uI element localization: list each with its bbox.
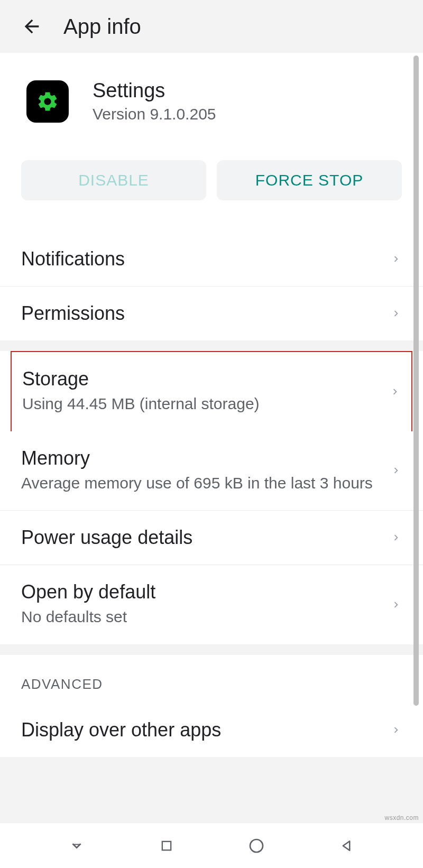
item-title: Storage xyxy=(22,368,389,390)
back-button[interactable] xyxy=(21,16,42,37)
app-icon xyxy=(26,80,69,123)
nav-recents-button[interactable] xyxy=(157,836,176,855)
watermark: wsxdn.com xyxy=(384,814,419,821)
content-area: Settings Version 9.1.0.205 DISABLE FORCE… xyxy=(0,53,423,757)
chevron-right-icon xyxy=(390,253,402,265)
force-stop-button[interactable]: FORCE STOP xyxy=(217,160,402,200)
nav-menu-button[interactable] xyxy=(67,836,86,855)
item-title: Display over other apps xyxy=(21,719,390,741)
svg-rect-1 xyxy=(162,841,171,849)
app-header: Settings Version 9.1.0.205 xyxy=(0,53,423,144)
chevron-right-icon xyxy=(390,599,402,611)
item-content: Permissions xyxy=(21,302,390,325)
item-subtitle: No defaults set xyxy=(21,605,390,629)
item-memory[interactable]: Memory Average memory use of 695 kB in t… xyxy=(0,431,423,511)
item-open-default[interactable]: Open by default No defaults set xyxy=(0,565,423,644)
svg-point-0 xyxy=(45,99,50,103)
chevron-right-icon xyxy=(390,724,402,736)
square-icon xyxy=(159,838,174,853)
nav-home-button[interactable] xyxy=(247,836,266,855)
triangle-left-icon xyxy=(338,838,354,854)
svg-point-2 xyxy=(250,839,263,852)
navigation-bar xyxy=(0,823,423,868)
app-details: Settings Version 9.1.0.205 xyxy=(93,79,216,123)
item-subtitle: Using 44.45 MB (internal storage) xyxy=(22,392,389,415)
item-notifications[interactable]: Notifications xyxy=(0,232,423,287)
item-storage[interactable]: Storage Using 44.45 MB (internal storage… xyxy=(11,351,412,431)
item-title: Memory xyxy=(21,447,390,469)
back-arrow-icon xyxy=(21,16,42,37)
nav-back-button[interactable] xyxy=(337,836,356,855)
advanced-header: ADVANCED xyxy=(0,655,423,703)
item-content: Power usage details xyxy=(21,527,390,549)
chevron-right-icon xyxy=(390,308,402,319)
item-title: Open by default xyxy=(21,581,390,603)
item-content: Storage Using 44.45 MB (internal storage… xyxy=(22,368,389,415)
item-title: Notifications xyxy=(21,248,390,270)
list-section-2: Storage Using 44.45 MB (internal storage… xyxy=(0,351,423,644)
chevron-down-icon xyxy=(69,838,85,854)
page-title: App info xyxy=(63,15,141,39)
item-content: Memory Average memory use of 695 kB in t… xyxy=(21,447,390,495)
item-content: Notifications xyxy=(21,248,390,270)
section-divider xyxy=(0,340,423,351)
item-title: Power usage details xyxy=(21,527,390,549)
item-subtitle: Average memory use of 695 kB in the last… xyxy=(21,472,390,495)
list-section-1: Notifications Permissions xyxy=(0,232,423,340)
item-permissions[interactable]: Permissions xyxy=(0,287,423,340)
gear-icon xyxy=(36,90,59,113)
app-bar: App info xyxy=(0,0,423,53)
section-divider xyxy=(0,644,423,655)
item-power-usage[interactable]: Power usage details xyxy=(0,511,423,565)
scrollbar[interactable] xyxy=(413,56,419,706)
chevron-right-icon xyxy=(389,386,401,398)
action-buttons: DISABLE FORCE STOP xyxy=(0,144,423,232)
circle-icon xyxy=(248,837,265,854)
chevron-right-icon xyxy=(390,532,402,543)
item-content: Display over other apps xyxy=(21,719,390,741)
chevron-right-icon xyxy=(390,465,402,476)
list-section-3: ADVANCED Display over other apps xyxy=(0,655,423,757)
item-title: Permissions xyxy=(21,302,390,325)
item-display-over[interactable]: Display over other apps xyxy=(0,703,423,757)
disable-button[interactable]: DISABLE xyxy=(21,160,206,200)
item-content: Open by default No defaults set xyxy=(21,581,390,629)
app-name: Settings xyxy=(93,79,216,102)
app-version: Version 9.1.0.205 xyxy=(93,105,216,123)
